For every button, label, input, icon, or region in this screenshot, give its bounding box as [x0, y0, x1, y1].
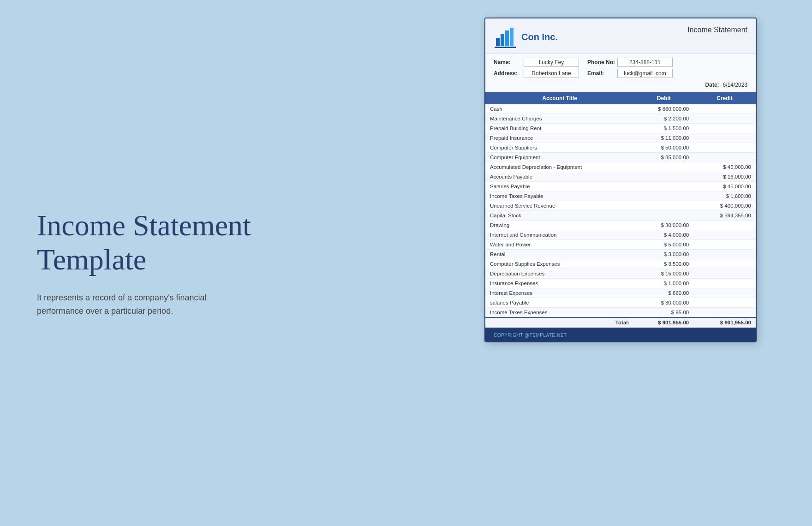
- cell-credit: [693, 308, 756, 318]
- table-row: Salaries Payable$ 45,000.00: [485, 182, 756, 191]
- cell-debit: $ 95.00: [634, 308, 693, 318]
- doc-header: Con Inc. Income Statement: [485, 18, 756, 54]
- cell-account: Rental: [485, 250, 634, 259]
- info-section: Name: Lucky Fey Phone No: 234-888-111 Ad…: [485, 54, 756, 92]
- page-title: Income Statement Template: [37, 209, 277, 276]
- table-row: salaries Payable$ 30,000.00: [485, 298, 756, 308]
- cell-credit: $ 45,000.00: [693, 162, 756, 172]
- cell-debit: $ 660,000.00: [634, 104, 693, 114]
- address-row: Address: Robertson Lane Email: luck@gmai…: [494, 69, 747, 78]
- svg-rect-1: [501, 34, 504, 46]
- company-name: Con Inc.: [521, 32, 558, 42]
- cell-credit: [693, 133, 756, 143]
- cell-account: Prepaid Insurance: [485, 133, 634, 143]
- svg-rect-2: [505, 30, 509, 46]
- table-row: Computer Suppliers$ 50,000.00: [485, 143, 756, 153]
- table-body: Cash$ 660,000.00Maintenance Charges$ 2,2…: [485, 104, 756, 328]
- address-value: Robertson Lane: [524, 69, 579, 78]
- table-row: Income Taxes Expenses$ 95.00: [485, 308, 756, 318]
- cell-debit: $ 4,000.00: [634, 230, 693, 240]
- table-row: Prepaid Insurance$ 11,000.00: [485, 133, 756, 143]
- cell-debit: [634, 201, 693, 211]
- table-row: Prepaid Building Rent$ 1,500.00: [485, 124, 756, 133]
- cell-credit: [693, 288, 756, 298]
- left-side: Income Statement Template It represents …: [37, 209, 277, 318]
- table-row: Internet and Communication$ 4,000.00: [485, 230, 756, 240]
- table-row: Water and Power$ 5,000.00: [485, 240, 756, 250]
- cell-credit: [693, 114, 756, 124]
- table-row: Income Taxes Payable$ 1,600.00: [485, 191, 756, 201]
- name-row: Name: Lucky Fey Phone No: 234-888-111: [494, 58, 747, 67]
- col-credit-header: Credit: [693, 92, 756, 104]
- cell-credit: $ 1,600.00: [693, 191, 756, 201]
- svg-rect-3: [510, 28, 513, 46]
- phone-value: 234-888-111: [617, 58, 673, 67]
- cell-debit: [634, 182, 693, 191]
- cell-credit: [693, 230, 756, 240]
- date-label: Date:: [705, 82, 719, 88]
- cell-debit: $ 50,000.00: [634, 143, 693, 153]
- copyright-text: COPYRIGHT @TEMPLATE.NET: [494, 333, 567, 338]
- address-label: Address:: [494, 70, 524, 77]
- svg-rect-0: [496, 38, 500, 46]
- logo-area: Con Inc.: [494, 25, 558, 49]
- cell-credit: [693, 250, 756, 259]
- cell-account: Water and Power: [485, 240, 634, 250]
- cell-credit: $ 45,000.00: [693, 182, 756, 191]
- table-row: Computer Supplies Expenses$ 3,500.00: [485, 259, 756, 269]
- cell-credit: [693, 143, 756, 153]
- cell-account: Depreciation Expenses: [485, 269, 634, 279]
- table-row: Cash$ 660,000.00: [485, 104, 756, 114]
- cell-account: Computer Equipment: [485, 153, 634, 162]
- table-row: Rental$ 3,000.00: [485, 250, 756, 259]
- cell-credit: $ 16,000.00: [693, 172, 756, 182]
- cell-debit: $ 85,000.00: [634, 153, 693, 162]
- cell-debit: [634, 162, 693, 172]
- table-row: Capital Stock$ 394,355.00: [485, 211, 756, 221]
- table-header-row: Account Title Debit Credit: [485, 92, 756, 104]
- cell-credit: $ 394,355.00: [693, 211, 756, 221]
- email-value: luck@gmail .com: [617, 69, 673, 78]
- doc-footer: COPYRIGHT @TEMPLATE.NET: [485, 328, 756, 341]
- cell-account: Maintenance Charges: [485, 114, 634, 124]
- statement-table: Account Title Debit Credit Cash$ 660,000…: [485, 92, 756, 328]
- table-row: Computer Equipment$ 85,000.00: [485, 153, 756, 162]
- name-label: Name:: [494, 59, 524, 66]
- cell-credit: [693, 153, 756, 162]
- table-row: Accumulated Depreciation - Equipment$ 45…: [485, 162, 756, 172]
- email-label: Email:: [587, 70, 617, 77]
- cell-debit: $ 30,000.00: [634, 298, 693, 308]
- cell-debit: $ 3,000.00: [634, 250, 693, 259]
- date-row: Date: 6/14/2023: [494, 80, 747, 90]
- cell-account: Cash: [485, 104, 634, 114]
- cell-credit: [693, 298, 756, 308]
- cell-credit: [693, 104, 756, 114]
- name-value: Lucky Fey: [524, 58, 579, 67]
- cell-account: Computer Supplies Expenses: [485, 259, 634, 269]
- cell-debit: [634, 191, 693, 201]
- cell-debit: $ 30,000.00: [634, 221, 693, 230]
- cell-account: salaries Payable: [485, 298, 634, 308]
- cell-account: Salaries Payable: [485, 182, 634, 191]
- table-row: Drawing$ 30,000.00: [485, 221, 756, 230]
- col-debit-header: Debit: [634, 92, 693, 104]
- cell-debit: [634, 172, 693, 182]
- cell-debit: $ 660.00: [634, 288, 693, 298]
- cell-debit: [634, 211, 693, 221]
- cell-debit: $ 11,000.00: [634, 133, 693, 143]
- cell-credit: [693, 259, 756, 269]
- page-description: It represents a record of a company's fi…: [37, 291, 231, 318]
- cell-account: Accumulated Depreciation - Equipment: [485, 162, 634, 172]
- document-title: Income Statement: [687, 25, 747, 34]
- cell-account: Income Taxes Expenses: [485, 308, 634, 318]
- cell-credit: [693, 240, 756, 250]
- cell-account: Accounts Payable: [485, 172, 634, 182]
- company-logo: [494, 25, 517, 49]
- phone-label: Phone No:: [587, 59, 617, 66]
- table-row: Maintenance Charges$ 2,200.00: [485, 114, 756, 124]
- svg-rect-4: [495, 47, 516, 48]
- cell-credit: [693, 221, 756, 230]
- cell-account: Insurance Expenses: [485, 279, 634, 288]
- cell-account: Internet and Communication: [485, 230, 634, 240]
- total-debit: $ 901,955.00: [634, 317, 693, 328]
